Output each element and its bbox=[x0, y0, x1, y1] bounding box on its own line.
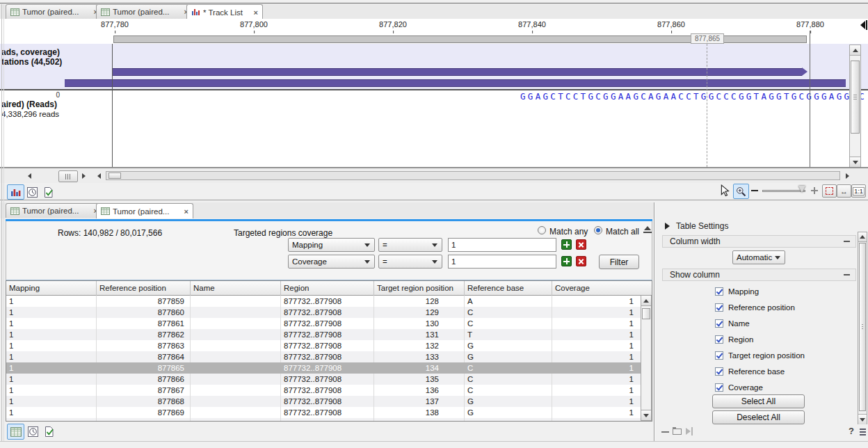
zoom-in-icon[interactable] bbox=[811, 187, 818, 194]
scroll-up-button[interactable] bbox=[858, 232, 867, 242]
track-vertical-scrollbar[interactable] bbox=[849, 45, 861, 167]
one-to-one-zoom-button[interactable]: 1:1 bbox=[851, 184, 866, 198]
remove-filter-button[interactable] bbox=[576, 239, 586, 250]
checkbox-checked-icon[interactable] bbox=[715, 351, 723, 360]
scroll-up-button[interactable] bbox=[850, 45, 860, 56]
show-column-checkbox-row[interactable]: Reference position bbox=[715, 301, 805, 313]
show-column-checkbox-row[interactable]: Reference base bbox=[715, 365, 805, 377]
checkbox-checked-icon[interactable] bbox=[715, 335, 723, 344]
column-header-reference-base[interactable]: Reference base bbox=[465, 281, 552, 296]
table-row[interactable]: 1 877869 877732..877908 138 G 1 bbox=[6, 407, 641, 418]
split-grip-button[interactable] bbox=[58, 170, 78, 182]
settings-menu-icon[interactable] bbox=[860, 429, 866, 430]
history-view-button[interactable] bbox=[26, 186, 39, 199]
table-row[interactable]: 1 877864 877732..877908 133 G 1 bbox=[6, 351, 641, 362]
filter-operator-select[interactable]: = bbox=[378, 255, 442, 269]
zoom-to-selection-button[interactable] bbox=[822, 184, 837, 198]
fit-width-button[interactable]: ↔ bbox=[837, 184, 851, 198]
column-width-section-header[interactable]: Column width bbox=[662, 235, 856, 248]
show-column-checkbox-row[interactable]: Mapping bbox=[715, 285, 805, 297]
checkbox-checked-icon[interactable] bbox=[715, 367, 723, 376]
match-any-radio[interactable] bbox=[538, 226, 546, 234]
table-row[interactable]: 1 877862 877732..877908 131 T 1 bbox=[6, 329, 641, 340]
table-row[interactable]: 1 877868 877732..877908 137 G 1 bbox=[6, 396, 641, 407]
zoom-out-icon[interactable] bbox=[751, 190, 758, 191]
table-vertical-scrollbar[interactable] bbox=[641, 296, 652, 421]
table-row[interactable]: 1 877860 877732..877908 129 C 1 bbox=[6, 307, 641, 318]
scroll-down-button[interactable] bbox=[858, 414, 867, 424]
folder-icon[interactable] bbox=[673, 429, 682, 435]
close-icon[interactable]: × bbox=[183, 207, 188, 216]
tab-tumor-table-4[interactable]: Tumor (paired... × bbox=[96, 203, 193, 218]
checkbox-checked-icon[interactable] bbox=[715, 287, 723, 296]
table-row[interactable]: 1 877861 877732..877908 130 C 1 bbox=[6, 318, 641, 329]
remove-filter-button[interactable] bbox=[576, 256, 586, 266]
add-filter-button[interactable] bbox=[561, 256, 572, 266]
scroll-down-button[interactable] bbox=[641, 410, 651, 420]
column-header-coverage[interactable]: Coverage bbox=[552, 281, 639, 296]
table-row[interactable]: 1 877870 877732..877908 139 T 1 bbox=[6, 418, 641, 421]
scrollbar-thumb[interactable] bbox=[851, 61, 860, 134]
filter-column-select[interactable]: Mapping bbox=[288, 238, 375, 252]
scroll-up-button[interactable] bbox=[641, 296, 651, 306]
dock-panel-icon[interactable] bbox=[686, 428, 691, 435]
collapse-section-icon[interactable] bbox=[844, 274, 850, 275]
collapse-section-icon[interactable] bbox=[844, 241, 850, 242]
filter-button[interactable]: Filter bbox=[599, 255, 639, 269]
deselect-all-button[interactable]: Deselect All bbox=[712, 410, 805, 424]
minimize-icon[interactable] bbox=[661, 431, 669, 433]
close-icon[interactable]: × bbox=[252, 8, 258, 17]
checkbox-checked-icon[interactable] bbox=[715, 319, 723, 328]
element-info-button[interactable] bbox=[42, 425, 56, 438]
column-header-mapping[interactable]: Mapping bbox=[6, 281, 97, 296]
match-all-radio[interactable] bbox=[594, 226, 602, 234]
zoom-slider-thumb[interactable] bbox=[798, 186, 805, 193]
history-view-button[interactable] bbox=[26, 425, 40, 438]
table-row[interactable]: 1 877859 877732..877908 128 A 1 bbox=[6, 296, 641, 307]
column-header-target-region-position[interactable]: Target region position bbox=[374, 281, 465, 296]
show-column-section-header[interactable]: Show column bbox=[662, 269, 856, 281]
column-header-region[interactable]: Region bbox=[281, 281, 374, 296]
table-row[interactable]: 1 877867 877732..877908 136 C 1 bbox=[6, 385, 641, 396]
filter-value-input[interactable]: 1 bbox=[448, 255, 556, 269]
pan-right-icon[interactable] bbox=[82, 173, 86, 179]
annotation-track[interactable]: ads, coverage) tations (44,502) bbox=[0, 44, 868, 90]
pan-left-icon[interactable] bbox=[28, 173, 31, 179]
column-header-name[interactable]: Name bbox=[191, 281, 281, 296]
show-column-checkbox-row[interactable]: Target region position bbox=[715, 349, 805, 361]
hscrollbar-thumb[interactable] bbox=[108, 173, 121, 179]
cursor-tool-icon[interactable] bbox=[721, 184, 730, 197]
filter-operator-select[interactable]: = bbox=[378, 238, 442, 252]
help-icon[interactable]: ? bbox=[849, 426, 854, 436]
table-view-button[interactable] bbox=[7, 424, 24, 440]
scrollbar-thumb[interactable] bbox=[859, 243, 866, 411]
settings-scrollbar[interactable] bbox=[858, 232, 867, 424]
reads-track[interactable]: 0 aired) (Reads) 4,338,296 reads GGAGCTC… bbox=[0, 90, 868, 168]
tab-track-list[interactable]: * Track List × bbox=[186, 4, 263, 19]
column-header-reference-position[interactable]: Reference position bbox=[97, 281, 191, 296]
annotation-bar[interactable] bbox=[112, 68, 802, 76]
table-row[interactable]: 1 877863 877732..877908 132 G 1 bbox=[6, 340, 641, 351]
track-hscrollbar[interactable] bbox=[106, 171, 840, 180]
tab-tumor-table-1[interactable]: Tumor (paired... × bbox=[6, 4, 103, 19]
table-row[interactable]: 1 877866 877732..877908 135 C 1 bbox=[6, 374, 641, 385]
track-view-button[interactable] bbox=[7, 184, 24, 200]
table-row[interactable]: 1 877865 877732..877908 134 C 1 bbox=[6, 362, 641, 374]
scrollbar-thumb[interactable] bbox=[642, 308, 650, 319]
column-width-select[interactable]: Automatic bbox=[732, 250, 785, 264]
checkbox-checked-icon[interactable] bbox=[715, 303, 723, 312]
show-column-checkbox-row[interactable]: Region bbox=[715, 333, 805, 345]
filter-column-select[interactable]: Coverage bbox=[288, 255, 375, 269]
collapse-panel-handle[interactable] bbox=[860, 20, 868, 30]
scroll-right-icon[interactable] bbox=[846, 173, 849, 179]
tab-tumor-table-2[interactable]: Tumor (paired... × bbox=[96, 4, 193, 19]
scroll-down-button[interactable] bbox=[850, 157, 860, 167]
panel-expand-icon[interactable] bbox=[665, 223, 670, 230]
add-filter-button[interactable] bbox=[561, 239, 572, 250]
checkbox-checked-icon[interactable] bbox=[715, 383, 723, 392]
scroll-left-icon[interactable] bbox=[97, 173, 101, 179]
filter-value-input[interactable]: 1 bbox=[448, 238, 556, 252]
show-column-checkbox-row[interactable]: Name bbox=[715, 317, 805, 329]
zoom-in-tool-button[interactable] bbox=[733, 184, 749, 199]
collapse-filter-icon[interactable] bbox=[643, 226, 652, 234]
